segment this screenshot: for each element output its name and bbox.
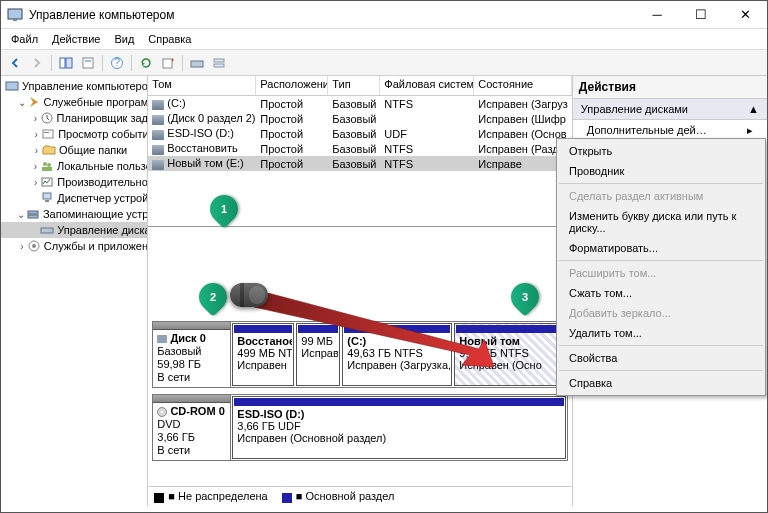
minimize-button[interactable]: ─ [635, 1, 679, 29]
svg-rect-4 [83, 58, 93, 68]
svg-point-17 [47, 163, 51, 167]
svg-rect-3 [66, 58, 72, 68]
svg-point-29 [161, 411, 163, 413]
app-icon [7, 7, 23, 23]
volume-row[interactable]: ESD-ISO (D:)ПростойБазовыйUDFИсправен (О… [148, 126, 572, 141]
tree-root[interactable]: Управление компьютером (л [1, 78, 147, 94]
forward-button[interactable] [27, 53, 47, 73]
tree-local-users[interactable]: ›Локальные пользоват [1, 158, 147, 174]
help-button[interactable]: ? [107, 53, 127, 73]
tree-task-scheduler[interactable]: ›Планировщик заданий [1, 110, 147, 126]
ctx-make-active: Сделать раздел активным [559, 186, 763, 206]
volume-icon [152, 145, 164, 155]
context-menu: Открыть Проводник Сделать раздел активны… [556, 138, 766, 396]
properties-button[interactable] [78, 53, 98, 73]
col-status[interactable]: Состояние [474, 76, 572, 95]
ctx-help[interactable]: Справка [559, 373, 763, 393]
menu-help[interactable]: Справка [148, 33, 191, 45]
volume-icon [152, 160, 164, 170]
toolbar: ? [1, 50, 767, 76]
ctx-delete-volume[interactable]: Удалить том... [559, 323, 763, 343]
svg-point-26 [32, 244, 36, 248]
ctx-change-letter[interactable]: Изменить букву диска или путь к диску... [559, 206, 763, 238]
svg-point-16 [43, 162, 47, 166]
volume-list-header: Том Расположение Тип Файловая система Со… [148, 76, 572, 96]
tree-event-viewer[interactable]: ›Просмотр событий [1, 126, 147, 142]
annot-arrow [244, 293, 494, 375]
menu-action[interactable]: Действие [52, 33, 100, 45]
svg-rect-2 [60, 58, 65, 68]
svg-rect-27 [157, 335, 167, 343]
svg-rect-20 [43, 193, 51, 199]
actions-more[interactable]: Дополнительные дей…▸ [573, 120, 767, 140]
partition[interactable]: ESD-ISO (D:)3,66 ГБ UDFИсправен (Основно… [232, 396, 566, 459]
svg-rect-24 [41, 228, 53, 233]
legend: ■ Не распределена ■ Основной раздел [148, 486, 572, 506]
disk-header: CD-ROM 0 DVD3,66 ГБВ сети [153, 395, 231, 460]
svg-rect-9 [191, 61, 203, 67]
disk-header: Диск 0 Базовый59,98 ГБВ сети [153, 322, 231, 387]
svg-rect-14 [43, 130, 53, 138]
ctx-explorer[interactable]: Проводник [559, 161, 763, 181]
svg-rect-10 [214, 59, 224, 62]
close-button[interactable]: ✕ [723, 1, 767, 29]
volume-icon [152, 100, 164, 110]
chevron-right-icon: ▸ [747, 124, 753, 137]
show-hide-tree-button[interactable] [56, 53, 76, 73]
actions-title: Действия [573, 76, 767, 99]
tree-group-storage[interactable]: ⌄Запоминающие устройст [1, 206, 147, 222]
svg-rect-0 [8, 9, 22, 19]
tree-disk-management[interactable]: Управление дисками [1, 222, 147, 238]
menu-file[interactable]: Файл [11, 33, 38, 45]
svg-rect-1 [13, 19, 17, 21]
ctx-properties[interactable]: Свойства [559, 348, 763, 368]
svg-rect-19 [42, 178, 52, 186]
refresh-button[interactable] [136, 53, 156, 73]
tree-device-manager[interactable]: Диспетчер устройств [1, 190, 147, 206]
col-filesystem[interactable]: Файловая система [380, 76, 474, 95]
collapse-icon: ▲ [748, 103, 759, 115]
window-title: Управление компьютером [29, 8, 635, 22]
col-volume[interactable]: Том [148, 76, 256, 95]
col-type[interactable]: Тип [328, 76, 380, 95]
svg-rect-23 [28, 215, 38, 218]
actions-disk-management[interactable]: Управление дисками▲ [573, 99, 767, 120]
menubar: Файл Действие Вид Справка [1, 29, 767, 50]
svg-rect-5 [85, 60, 91, 62]
svg-rect-15 [44, 132, 49, 133]
svg-marker-30 [248, 293, 494, 367]
svg-text:?: ? [114, 56, 120, 68]
tree-performance[interactable]: ›Производительность [1, 174, 147, 190]
svg-rect-8 [163, 59, 172, 68]
volume-row[interactable]: Новый том (E:)ПростойБазовыйNTFSИсправе [148, 156, 572, 171]
volume-row[interactable]: (C:)ПростойБазовыйNTFSИсправен (Загруз [148, 96, 572, 111]
menu-view[interactable]: Вид [114, 33, 134, 45]
svg-rect-12 [6, 82, 18, 90]
export-button[interactable] [158, 53, 178, 73]
ctx-open[interactable]: Открыть [559, 141, 763, 161]
svg-rect-21 [45, 200, 49, 202]
ctx-extend: Расширить том... [559, 263, 763, 283]
tree-group-services[interactable]: ›Службы и приложения [1, 238, 147, 254]
disk-settings-button[interactable] [187, 53, 207, 73]
ctx-shrink[interactable]: Сжать том... [559, 283, 763, 303]
col-layout[interactable]: Расположение [256, 76, 328, 95]
maximize-button[interactable]: ☐ [679, 1, 723, 29]
volume-row[interactable]: ВосстановитьПростойБазовыйNTFSИсправен (… [148, 141, 572, 156]
tree-shared-folders[interactable]: ›Общие папки [1, 142, 147, 158]
volume-icon [152, 130, 164, 140]
svg-rect-18 [42, 167, 52, 171]
ctx-format[interactable]: Форматировать... [559, 238, 763, 258]
cdrom-0[interactable]: CD-ROM 0 DVD3,66 ГБВ сети ESD-ISO (D:)3,… [152, 394, 568, 461]
svg-rect-11 [214, 64, 224, 67]
svg-rect-22 [28, 211, 38, 214]
annot-mouse-icon [230, 283, 268, 307]
volume-icon [152, 115, 164, 125]
tree-group-utilities[interactable]: ⌄Служебные программы [1, 94, 147, 110]
disk-view-button[interactable] [209, 53, 229, 73]
volume-row[interactable]: (Диск 0 раздел 2)ПростойБазовыйИсправен … [148, 111, 572, 126]
tree-pane[interactable]: Управление компьютером (л ⌄Служебные про… [1, 76, 148, 506]
ctx-add-mirror: Добавить зеркало... [559, 303, 763, 323]
back-button[interactable] [5, 53, 25, 73]
titlebar: Управление компьютером ─ ☐ ✕ [1, 1, 767, 29]
